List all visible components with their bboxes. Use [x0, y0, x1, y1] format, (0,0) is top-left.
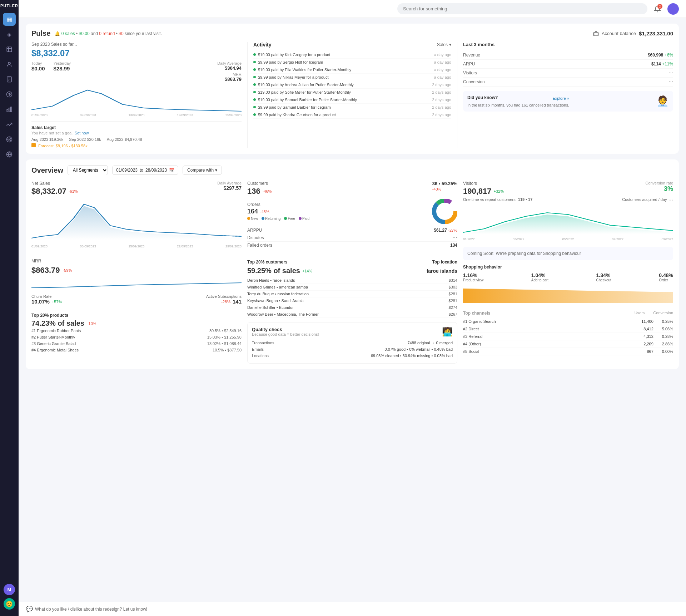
sales-target-title: Sales target [31, 125, 242, 130]
coming-soon-card: Coming Soon: We're preparing data for Sh… [463, 247, 673, 260]
sidebar-item-payments[interactable] [3, 88, 16, 101]
daily-avg-value: $304.94 [217, 65, 242, 71]
customers-legend: New Returning Free Paid [247, 217, 429, 221]
orders-label: Orders [247, 202, 429, 207]
channel-users: 11,400 [641, 319, 653, 324]
activity-list-item: $9.99 paid by Sergio Holt for Icegrama d… [253, 59, 451, 66]
product-name: #3 Generic Granite Salad [31, 341, 76, 346]
customers-change: -46% [263, 189, 272, 193]
top-product-item: #2 Putler Starter-Monthly15.03% • $1,255… [31, 334, 242, 340]
channel-users: 867 [647, 349, 653, 354]
sidebar-item-charts[interactable] [3, 103, 16, 116]
svg-marker-25 [463, 215, 673, 234]
overview-right-col: Visitors 190,817 +32% Conversion rate 3% [463, 181, 673, 364]
user-profile-avatar[interactable] [667, 3, 679, 15]
customer-name: Keyshawn Bogan • Saudi Arabia [247, 299, 304, 303]
channel-item: #3 Referral4,3120.28% [463, 333, 673, 340]
sidebar-item-customers[interactable] [3, 58, 16, 71]
customer-value: $281 [449, 299, 457, 303]
legend-free-dot [284, 217, 287, 220]
account-balance-amount: $1,223,331.00 [639, 30, 673, 36]
customers-donut-change: -40% [432, 187, 442, 191]
top-customers-change: +14% [302, 269, 312, 273]
sales-target-sub: You have not set a goal. Set now [31, 131, 242, 135]
overview-section: Overview All Segments 01/09/2023 to 28/0… [26, 159, 679, 369]
net-sales-value: $8,332.07 [31, 187, 66, 196]
sidebar-item-trends[interactable] [3, 118, 16, 131]
svg-rect-12 [11, 107, 12, 112]
sidebar-item-goals[interactable] [3, 133, 16, 146]
user-avatar-emoji[interactable]: 😊 [4, 598, 15, 610]
conversion-rate-box: Conversion rate 3% [645, 181, 673, 196]
chevron-down-icon: ▾ [215, 168, 217, 173]
bell-badge: 2 [657, 4, 662, 9]
date-to: 28/09/2023 [145, 168, 167, 173]
sidebar-item-stats[interactable]: ◈ [3, 28, 16, 41]
acquired-value: - - [670, 197, 673, 202]
funnel-order: 0.48% Order [659, 272, 673, 282]
three-months-title: Last 3 months [463, 42, 673, 47]
date-range[interactable]: 01/09/2023 to 28/09/2023 📅 [112, 166, 178, 175]
overview-middle-col: Customers 136 -46% 36 • 59.25% -40% [247, 181, 457, 364]
overview-mrr-change: -59% [63, 268, 72, 272]
notification-bell[interactable]: 2 [652, 3, 663, 15]
metric-label: Visitors [463, 70, 477, 75]
calendar-icon: 📅 [169, 168, 174, 173]
svg-point-14 [8, 138, 11, 141]
quality-value: 7488 original → 0 merged [407, 341, 453, 345]
set-now-link[interactable]: Set now [75, 131, 89, 135]
compare-with-button[interactable]: Compare with ▾ [183, 166, 222, 175]
quality-value: 69.03% cleaned • 30.94% missing • 0.03% … [371, 354, 453, 358]
quality-title: Quality check [252, 327, 319, 332]
channel-name: #3 Referral [463, 334, 482, 339]
overview-daily-avg-label: Daily Average [217, 181, 242, 185]
pulse-sales-amount: $0.00 [79, 31, 90, 36]
activity-filter[interactable]: Sales ▾ [437, 42, 451, 47]
top-location-label: Top location [432, 260, 457, 265]
donut-chart [432, 199, 457, 224]
activity-list-item: $19.00 paid by Samuel Barbier for Putler… [253, 96, 451, 104]
metric-value: $114 [651, 61, 661, 66]
quality-label: Emails [252, 347, 264, 351]
app-logo: PUTLER [0, 4, 18, 8]
shopping-funnel-row: 1.16% Product view 1.04% Add to cart 1.3… [463, 272, 673, 282]
channel-name: #5 Social [463, 349, 479, 354]
activity-time: a day ago [434, 68, 451, 72]
repeat-customers-row: One time vs repeat customers 119 • 17 Cu… [463, 197, 673, 202]
channel-conversion: 5.06% [662, 327, 673, 331]
disputes-value: - - [453, 235, 457, 240]
dyk-explore-link[interactable]: Explore » [552, 96, 569, 100]
sidebar-item-dashboard[interactable]: ▦ [3, 13, 16, 26]
legend-returning-dot [262, 217, 264, 220]
activity-list-item: $9.99 paid by Khadra Geurtsen for a prod… [253, 111, 451, 119]
feedback-icon: 💬 [26, 606, 33, 612]
metric-value: $60,998 [648, 53, 663, 58]
svg-point-15 [9, 139, 10, 140]
dyk-text: In the last six months, you had 161 canc… [467, 103, 569, 107]
feedback-bar: 💬 What do you like / dislike about this … [19, 602, 686, 616]
top-customer-item: Danielle Schiller • Ecuador$274 [247, 304, 457, 311]
today-item: Today $0.00 [31, 61, 45, 82]
segment-select[interactable]: All Segments [68, 165, 108, 175]
top-product-item: #3 Generic Granite Salad13.02% • $1,088.… [31, 340, 242, 347]
channel-conversion: 0.25% [662, 319, 673, 324]
sidebar-item-orders[interactable] [3, 43, 16, 56]
search-input[interactable] [397, 3, 647, 14]
channel-item: #5 Social8670.00% [463, 348, 673, 355]
top-customer-item: Winifred Grimes • american samoa$303 [247, 284, 457, 291]
activity-title: Activity [253, 42, 272, 48]
active-subs-label: Active Subscriptions [206, 294, 242, 299]
svg-rect-11 [9, 108, 10, 112]
overview-daily-avg-val: $297.57 [217, 185, 242, 191]
top-products-list: #1 Ergonomic Rubber Pants30.5% • $2,549.… [31, 327, 242, 353]
sidebar-item-reports[interactable] [3, 73, 16, 86]
overview-mrr-chart [31, 277, 242, 291]
sidebar-item-globe[interactable] [3, 148, 16, 161]
user-avatar-m[interactable]: M [4, 584, 15, 595]
main-content: 2 Pulse 🔔 0 sales • $0.00 and 0 refund •… [19, 0, 686, 616]
activity-dot [253, 61, 256, 63]
mrr-label: MRR [217, 72, 242, 77]
quality-icon: 🧑‍💻 [442, 327, 453, 337]
top-customers-section: Top 20% customers Top location 59.25% of… [247, 255, 457, 318]
pulse-refund: 0 refund [99, 31, 115, 36]
